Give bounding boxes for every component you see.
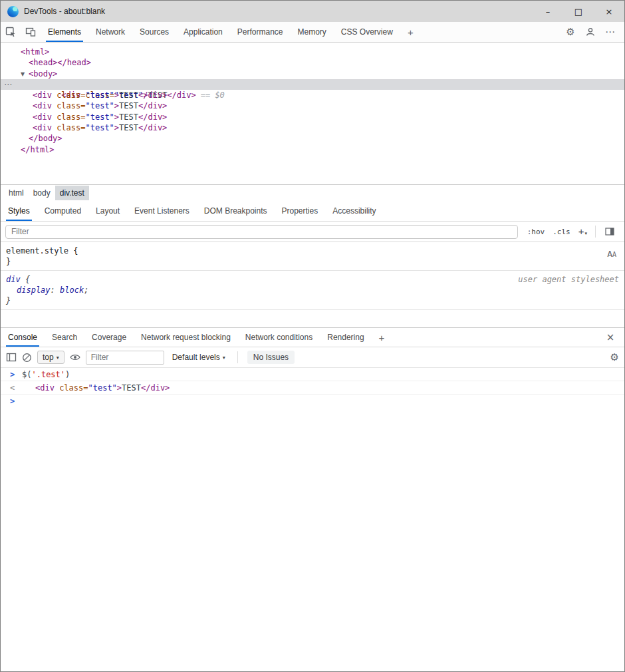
console-filter-input[interactable] xyxy=(86,351,164,365)
titlebar: DevTools - about:blank – □ × xyxy=(1,1,624,22)
console-drawer-tabs: Console Search Coverage Network request … xyxy=(1,328,624,347)
new-style-rule-button[interactable]: +▾ xyxy=(574,227,591,236)
issues-button[interactable]: No Issues xyxy=(247,351,295,364)
console-messages: >$('.test') <<div class="test">TEST</div… xyxy=(1,368,624,408)
html-close-tag: </html> xyxy=(21,145,55,154)
devtools-toolbar: Elements Network Sources Application Per… xyxy=(1,22,624,43)
head-tag: <head></head> xyxy=(29,58,91,67)
dom-node-body-open[interactable]: ▼<body> xyxy=(1,69,624,79)
styles-rules-pane: element.style { } AA div { display: bloc… xyxy=(1,242,624,328)
tab-computed[interactable]: Computed xyxy=(37,201,88,221)
dom-node-div-selected[interactable]: ⋯<div class="test">TEST</div>== $0 xyxy=(1,79,624,90)
tab-network-request-blocking[interactable]: Network request blocking xyxy=(134,328,238,347)
tab-rendering[interactable]: Rendering xyxy=(320,328,371,347)
new-rule-caret-icon: ▾ xyxy=(584,231,587,236)
tab-application[interactable]: Application xyxy=(176,22,230,42)
dom-node-div[interactable]: <div class="test">TEST</div> xyxy=(1,100,624,111)
divider xyxy=(237,351,238,363)
tab-performance[interactable]: Performance xyxy=(230,22,291,42)
breadcrumb: html body div.test xyxy=(1,184,624,201)
dom-node-head[interactable]: <head></head> xyxy=(1,57,624,68)
tab-css-overview[interactable]: CSS Overview xyxy=(334,22,400,42)
console-sidebar-icon[interactable] xyxy=(6,353,17,362)
prompt-chevron-icon: > xyxy=(10,397,17,406)
inspect-element-icon[interactable] xyxy=(1,22,21,42)
console-tabs-right: × xyxy=(600,328,624,347)
styles-filter-input[interactable] xyxy=(5,225,518,239)
ua-rule-selector[interactable]: div xyxy=(6,275,21,284)
toggle-element-classes-button[interactable]: .cls xyxy=(549,228,574,236)
toggle-sidebar-icon[interactable] xyxy=(600,228,620,236)
edge-logo-icon xyxy=(7,6,19,17)
tab-sources[interactable]: Sources xyxy=(132,22,176,42)
styles-filter-tools: :hov .cls +▾ xyxy=(523,226,620,238)
tab-elements[interactable]: Elements xyxy=(41,22,88,42)
dom-tree: <html> <head></head> ▼<body> ⋯<div class… xyxy=(1,43,624,184)
dom-node-div[interactable]: <div class="test">TEST</div> xyxy=(1,90,624,100)
stylesheet-origin-label: user agent stylesheet xyxy=(518,274,619,285)
console-toolbar: top▾ Default levels▾ No Issues ⚙ xyxy=(1,347,624,368)
feedback-icon[interactable] xyxy=(580,27,600,37)
tab-network[interactable]: Network xyxy=(88,22,132,42)
result-chevron-icon: < xyxy=(10,383,17,393)
tab-network-conditions[interactable]: Network conditions xyxy=(238,328,320,347)
console-prompt[interactable]: > xyxy=(1,395,624,408)
live-expression-eye-icon[interactable] xyxy=(70,353,80,361)
more-options-icon[interactable]: ⋯ xyxy=(600,26,620,38)
dom-node-html-open[interactable]: <html> xyxy=(1,47,624,57)
console-command[interactable]: >$('.test') xyxy=(1,368,624,381)
maximize-button[interactable]: □ xyxy=(563,1,594,22)
close-drawer-icon[interactable]: × xyxy=(600,331,620,343)
tab-memory[interactable]: Memory xyxy=(291,22,334,42)
toolbar-right-icons: ⚙ ⋯ xyxy=(561,22,624,42)
device-toolbar-icon[interactable] xyxy=(21,22,41,42)
inline-rule-selector[interactable]: element.style xyxy=(6,246,68,255)
add-drawer-tab-button[interactable]: + xyxy=(372,328,392,347)
dom-node-html-close[interactable]: </html> xyxy=(1,144,624,155)
close-button[interactable]: × xyxy=(594,1,624,22)
javascript-context-select[interactable]: top▾ xyxy=(37,351,64,364)
tab-dom-breakpoints[interactable]: DOM Breakpoints xyxy=(197,201,275,221)
dom-node-div[interactable]: <div class="test">TEST</div> xyxy=(1,112,624,122)
styles-pane-tabs: Styles Computed Layout Event Listeners D… xyxy=(1,201,624,222)
tab-styles[interactable]: Styles xyxy=(1,201,37,221)
toggle-pseudo-state-button[interactable]: :hov xyxy=(523,228,549,236)
tab-properties[interactable]: Properties xyxy=(275,201,326,221)
tab-coverage[interactable]: Coverage xyxy=(84,328,134,347)
devtools-window: DevTools - about:blank – □ × Elements Ne… xyxy=(0,0,625,672)
body-close-tag: </body> xyxy=(29,134,62,143)
levels-caret-icon: ▾ xyxy=(223,355,225,361)
divider xyxy=(595,226,596,238)
node-menu-dots-icon[interactable]: ⋯ xyxy=(4,79,13,90)
tab-accessibility[interactable]: Accessibility xyxy=(325,201,383,221)
tab-console[interactable]: Console xyxy=(1,328,45,347)
font-editor-icon[interactable]: AA xyxy=(607,249,616,260)
tab-search[interactable]: Search xyxy=(45,328,84,347)
tab-event-listeners[interactable]: Event Listeners xyxy=(127,201,197,221)
console-result[interactable]: <<div class="test">TEST</div> xyxy=(1,381,624,395)
settings-gear-icon[interactable]: ⚙ xyxy=(561,26,580,38)
user-agent-style-rule[interactable]: div { display: block; } user agent style… xyxy=(1,271,624,310)
breadcrumb-body[interactable]: body xyxy=(29,186,55,200)
clear-console-icon[interactable] xyxy=(22,353,32,363)
command-chevron-icon: > xyxy=(10,370,17,379)
console-settings-gear-icon[interactable]: ⚙ xyxy=(610,351,619,363)
context-caret-icon: ▾ xyxy=(57,355,59,361)
css-property-value[interactable]: block xyxy=(60,285,84,295)
log-levels-select[interactable]: Default levels▾ xyxy=(170,353,228,362)
css-property-name[interactable]: display xyxy=(17,285,51,295)
window-controls: – □ × xyxy=(533,1,624,22)
tab-layout[interactable]: Layout xyxy=(88,201,127,221)
dom-node-div[interactable]: <div class="test">TEST</div> xyxy=(1,122,624,133)
styles-filter-bar: :hov .cls +▾ xyxy=(1,222,624,242)
expand-arrow-icon[interactable]: ▼ xyxy=(21,69,25,80)
breadcrumb-div-test[interactable]: div.test xyxy=(55,186,89,200)
inline-style-rule[interactable]: element.style { } AA xyxy=(1,242,624,271)
window-title: DevTools - about:blank xyxy=(24,7,105,16)
breadcrumb-html[interactable]: html xyxy=(4,186,29,200)
html-open-tag: <html> xyxy=(21,47,49,57)
dom-node-body-close[interactable]: </body> xyxy=(1,133,624,144)
console-drawer: Console Search Coverage Network request … xyxy=(1,327,624,671)
add-panel-button[interactable]: + xyxy=(400,22,421,42)
minimize-button[interactable]: – xyxy=(533,1,563,22)
